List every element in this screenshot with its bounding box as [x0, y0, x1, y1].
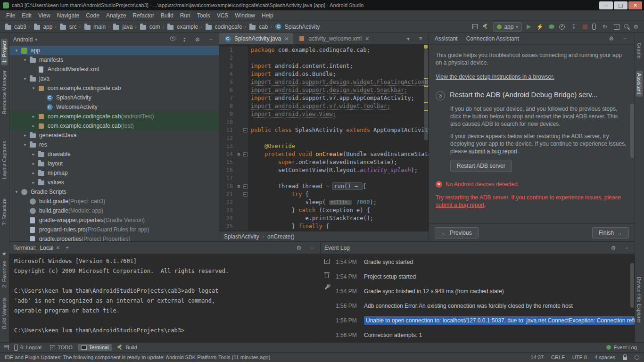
editor-menu-icon[interactable]: ≡ — [416, 35, 425, 42]
override-marker-icon[interactable]: ⊙ — [235, 150, 242, 158]
event-log-settings-icon[interactable] — [324, 285, 329, 290]
debug-button[interactable] — [549, 25, 554, 29]
assistant-hide-icon[interactable]: − — [620, 35, 629, 42]
tree-item-welcomeactivity[interactable]: CWelcomeActivity — [9, 102, 219, 112]
tab-connection-assistant[interactable]: Connection Assistant — [466, 35, 519, 42]
apply-changes-icon[interactable]: ⚡ — [536, 23, 544, 31]
event-log-row[interactable]: 1:54 PMGradle sync finished in 12 s 948 … — [333, 284, 635, 298]
breadcrumb-class[interactable]: SplashActivity — [224, 233, 259, 240]
tree-item-drawable[interactable]: ▸drawable — [9, 149, 219, 159]
chevron-down-icon[interactable]: ▾ — [13, 189, 20, 194]
event-log-scrollbar[interactable] — [630, 263, 634, 308]
device-setup-link[interactable]: View the device setup instructions in a … — [436, 74, 554, 80]
menu-tools[interactable]: Tools — [194, 11, 214, 20]
line-number[interactable]: 18 — [219, 182, 235, 190]
tree-item-layout[interactable]: ▸layout — [9, 159, 219, 168]
menu-vcs[interactable]: VCS — [214, 11, 232, 20]
stop-button[interactable] — [583, 25, 587, 29]
close-button[interactable]: ✕ — [628, 1, 642, 9]
menu-code[interactable]: Code — [83, 11, 103, 20]
bug-report-link-red[interactable]: submit a bug report — [436, 202, 484, 208]
inspections-profile-icon[interactable] — [635, 355, 639, 360]
menu-file[interactable]: File — [3, 11, 18, 20]
breadcrumb-cab3[interactable]: cab3 — [4, 23, 26, 31]
tree-item-proguard-rules-pro-proguard-rules-for-app[interactable]: proguard-rules.pro (ProGuard Rules for a… — [9, 225, 219, 234]
readonly-lock-icon[interactable] — [623, 357, 627, 360]
project-view-selector[interactable]: Android ▾ — [13, 36, 37, 43]
chevron-right-icon[interactable]: ▸ — [30, 152, 37, 156]
event-log-row[interactable]: 1:56 PMConnection attempts: 1 — [333, 328, 635, 342]
tree-item-gradle-scripts[interactable]: ▾Gradle Scripts — [9, 187, 219, 197]
device-manager-icon[interactable] — [592, 24, 596, 30]
tree-item-build-gradle-module-app[interactable]: build.gradle (Module: app) — [9, 206, 219, 215]
tool-window-button-event-log[interactable]: Event Log — [603, 344, 640, 351]
locate-file-icon[interactable] — [170, 36, 175, 41]
breadcrumb-method[interactable]: onCreate() — [267, 233, 294, 240]
finish-button[interactable]: Finish → — [592, 227, 629, 239]
breadcrumb-com[interactable]: com — [139, 23, 160, 31]
tabs-list-icon[interactable]: ▾ — [404, 35, 413, 42]
tool-button-1-project[interactable]: 1: Project — [1, 39, 8, 65]
tool-window-button-terminal[interactable]: Terminal — [78, 344, 112, 351]
menu-run[interactable]: Run — [177, 11, 194, 20]
tool-button-2-favorites[interactable]: 2: Favorites — [1, 258, 8, 290]
tool-button-gradle[interactable]: Gradle — [636, 41, 643, 61]
build-hammer-icon[interactable] — [482, 24, 488, 30]
tree-item-com-example-codingcafe-cab-test[interactable]: ▸com.example.codingcafe.cab (test) — [9, 121, 219, 131]
event-log-hide-icon[interactable]: − — [622, 244, 631, 252]
chevron-right-icon[interactable]: ▸ — [30, 161, 37, 166]
line-number[interactable]: 9 — [219, 110, 235, 118]
event-log-row[interactable]: 1:54 PMGradle sync started — [333, 255, 635, 269]
tool-window-button-todo[interactable]: TODO — [47, 344, 76, 351]
tool-window-button-6-logcat[interactable]: 6: Logcat — [11, 344, 45, 351]
line-number[interactable]: 23 — [219, 206, 235, 214]
line-number[interactable]: 25 — [219, 222, 235, 230]
line-number[interactable]: 14 — [219, 150, 235, 158]
sdk-manager-icon[interactable] — [614, 24, 619, 30]
restart-adb-button[interactable]: Restart ADB server — [450, 160, 512, 172]
previous-button[interactable]: ← Previous — [435, 227, 479, 239]
search-everywhere-icon[interactable] — [624, 24, 628, 28]
line-number[interactable]: 3 — [219, 62, 235, 70]
override-marker-icon[interactable]: ⊙ — [235, 182, 242, 190]
close-tab-icon[interactable]: ✕ — [365, 36, 369, 42]
menu-help[interactable]: Help — [258, 11, 277, 20]
tool-window-button-build[interactable]: Build — [114, 344, 140, 351]
tree-item-androidmanifest-xml[interactable]: AndroidManifest.xml — [9, 65, 219, 74]
line-number[interactable]: 5 — [219, 78, 235, 86]
run-button[interactable] — [527, 25, 531, 29]
tool-window-switcher-icon[interactable] — [4, 345, 9, 350]
tree-item-values[interactable]: ▸values — [9, 178, 219, 187]
code-editor[interactable]: 1package com.example.codingcafe.cab;23im… — [219, 45, 429, 231]
attach-debugger-icon[interactable]: ↧ — [570, 23, 578, 31]
bug-report-link[interactable]: submit a bug report — [469, 148, 517, 155]
tree-item-gradle-properties-project-properties[interactable]: gradle.properties (Project Properties) — [9, 234, 219, 241]
breadcrumb-java[interactable]: java — [112, 23, 132, 31]
chevron-right-icon[interactable]: ▸ — [30, 114, 37, 119]
breadcrumb-src[interactable]: src — [59, 23, 77, 31]
breadcrumb-app[interactable]: app — [33, 23, 52, 31]
line-number[interactable]: 6 — [219, 86, 235, 94]
indent-indicator[interactable]: 4 spaces — [594, 354, 615, 360]
line-number[interactable]: 21 — [219, 190, 235, 198]
tree-item-generatedjava[interactable]: ▸generatedJava — [9, 131, 219, 140]
panel-settings-icon[interactable]: ⚙ — [193, 36, 202, 43]
tab-assistant[interactable]: Assistant — [435, 35, 458, 42]
line-number[interactable]: 2 — [219, 54, 235, 62]
maximize-button[interactable]: ▢ — [614, 1, 627, 9]
line-number[interactable]: 17 — [219, 174, 235, 182]
menu-navigate[interactable]: Navigate — [54, 11, 83, 20]
line-number[interactable]: 12 — [219, 134, 235, 142]
mark-all-read-icon[interactable] — [324, 259, 330, 264]
line-number[interactable]: 4 — [219, 70, 235, 78]
chevron-right-icon[interactable]: ▸ — [30, 180, 37, 185]
menu-window[interactable]: Window — [231, 11, 258, 20]
tool-button-assistant[interactable]: Assistant — [636, 71, 643, 97]
fold-marker-icon[interactable]: − — [242, 150, 248, 158]
settings-icon[interactable]: ⚙ — [632, 23, 640, 31]
menu-edit[interactable]: Edit — [18, 11, 35, 20]
line-number[interactable]: 24 — [219, 214, 235, 222]
chevron-right-icon[interactable]: ▸ — [30, 171, 37, 175]
terminal-settings-icon[interactable]: ⚙ — [295, 244, 303, 252]
minimize-button[interactable]: – — [599, 1, 613, 9]
